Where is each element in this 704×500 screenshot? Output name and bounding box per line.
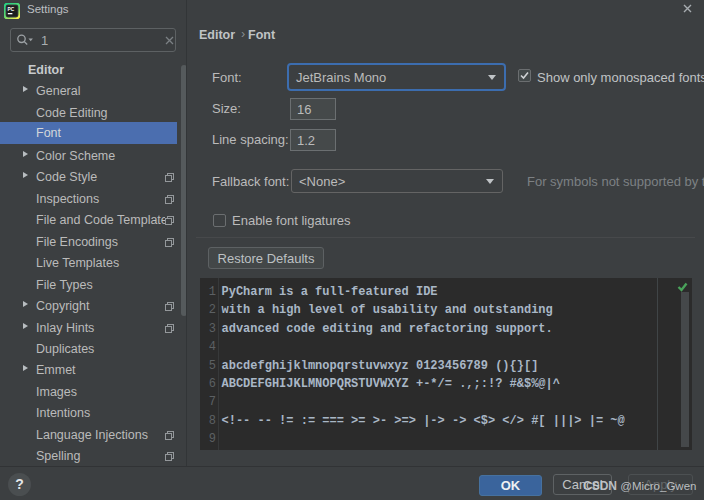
svg-text:PC: PC xyxy=(8,7,15,12)
